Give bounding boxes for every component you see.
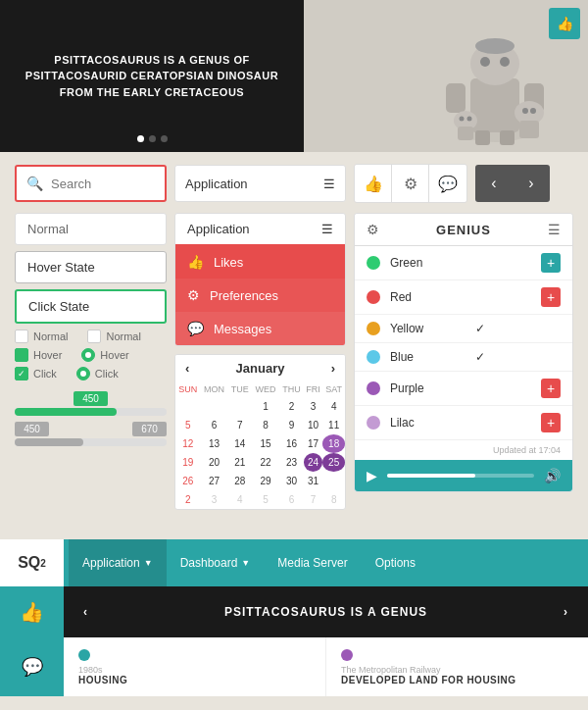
cal-day[interactable]: 28 xyxy=(228,472,252,490)
cal-day[interactable]: 8 xyxy=(252,416,279,434)
checkbox-box-2[interactable] xyxy=(87,330,101,343)
cal-day[interactable]: 27 xyxy=(201,472,228,490)
genius-menu-icon[interactable]: ☰ xyxy=(548,222,561,237)
dot-3[interactable] xyxy=(161,135,168,142)
cal-day[interactable]: 12 xyxy=(175,434,201,453)
player-track[interactable] xyxy=(387,474,534,478)
cal-day[interactable]: 6 xyxy=(279,490,304,509)
dot-2[interactable] xyxy=(149,135,156,142)
svg-rect-9 xyxy=(500,130,514,145)
menu-hamburger[interactable]: ☰ xyxy=(321,222,333,236)
cal-day[interactable]: 19 xyxy=(175,453,201,472)
cal-day xyxy=(228,397,252,416)
app-menu: Application ☰ 👍 Likes ⚙ Preferences 💬 Me… xyxy=(174,213,346,346)
search-container[interactable]: 🔍 xyxy=(15,165,167,202)
cal-day[interactable]: 7 xyxy=(304,490,322,509)
menu-messages[interactable]: 💬 Messages xyxy=(175,312,345,345)
prev-arrow[interactable]: ‹ xyxy=(475,165,513,202)
settings-button[interactable]: ⚙ xyxy=(392,165,429,202)
nav-options[interactable]: Options xyxy=(362,539,429,586)
dot-1[interactable] xyxy=(137,135,144,142)
checkbox-click-2[interactable]: Click xyxy=(76,367,119,380)
cal-day[interactable]: 21 xyxy=(228,453,252,472)
nav-dashboard[interactable]: Dashboard▼ xyxy=(167,539,265,586)
cal-day[interactable]: 2 xyxy=(175,490,201,509)
cal-day[interactable]: 8 xyxy=(322,490,345,509)
cal-day[interactable]: 4 xyxy=(322,397,345,416)
add-purple-button[interactable]: + xyxy=(541,379,561,398)
genius-panel: ⚙ GENIUS ☰ Green + Red + Yellow ✓ xyxy=(354,213,573,492)
checkbox-normal-1[interactable]: Normal xyxy=(15,330,68,343)
cal-day[interactable]: 14 xyxy=(228,434,252,453)
cal-day[interactable]: 22 xyxy=(252,453,279,472)
calendar-grid: SUN MON TUE WED THU FRI SAT 123456789101… xyxy=(175,381,345,509)
menu-preferences[interactable]: ⚙ Preferences xyxy=(175,279,345,312)
cal-day[interactable]: 3 xyxy=(201,490,228,509)
cal-day[interactable]: 18 xyxy=(322,434,345,453)
app-dropdown[interactable]: Application ☰ xyxy=(174,165,346,202)
cal-day[interactable]: 26 xyxy=(175,472,201,490)
cal-day[interactable]: 5 xyxy=(175,416,201,434)
radio-checked-2[interactable] xyxy=(76,367,90,380)
bottom-banner-title: PSITTACOSAURUS IS A GENUS xyxy=(224,605,427,619)
cal-day[interactable]: 16 xyxy=(279,434,304,453)
add-red-button[interactable]: + xyxy=(541,287,561,307)
add-green-button[interactable]: + xyxy=(541,253,561,273)
cal-day[interactable]: 2 xyxy=(279,397,304,416)
cal-day[interactable]: 9 xyxy=(279,416,304,434)
genius-gear-icon[interactable]: ⚙ xyxy=(367,222,379,237)
cal-day[interactable]: 13 xyxy=(201,434,228,453)
cal-day[interactable]: 5 xyxy=(252,490,279,509)
click-state[interactable]: Click State xyxy=(15,289,167,324)
prefs-icon: ⚙ xyxy=(187,287,200,303)
col-mon: MON xyxy=(201,381,228,397)
color-dot-blue xyxy=(367,350,380,364)
cal-prev[interactable]: ‹ xyxy=(185,361,189,376)
checkbox-checked-1[interactable] xyxy=(15,348,28,362)
app-arrow: ▼ xyxy=(144,558,153,568)
cal-day[interactable]: 3 xyxy=(304,397,322,416)
comment-button[interactable]: 💬 xyxy=(429,165,466,202)
radio-checked[interactable] xyxy=(81,348,95,362)
cal-day[interactable]: 7 xyxy=(228,416,252,434)
cal-day[interactable]: 1 xyxy=(252,397,279,416)
next-arrow[interactable]: › xyxy=(513,165,550,202)
checkbox-hover-2[interactable]: Hover xyxy=(81,348,128,362)
checkbox-hover-1[interactable]: Hover xyxy=(15,348,62,362)
nav-application[interactable]: Application▼ xyxy=(69,539,167,586)
play-button[interactable]: ▶ xyxy=(367,468,377,483)
likes-icon: 👍 xyxy=(187,254,204,270)
cal-day[interactable]: 23 xyxy=(279,453,304,472)
bottom-next-arrow[interactable]: › xyxy=(564,605,568,619)
robot-illustration xyxy=(421,5,568,147)
nav-media-server[interactable]: Media Server xyxy=(264,539,361,586)
menu-likes[interactable]: 👍 Likes xyxy=(175,245,345,279)
checkbox-normal-2[interactable]: Normal xyxy=(87,330,140,343)
cal-day[interactable]: 4 xyxy=(228,490,252,509)
like-button[interactable]: 👍 xyxy=(355,165,392,202)
cal-day[interactable]: 31 xyxy=(304,472,322,490)
cal-day[interactable]: 29 xyxy=(252,472,279,490)
hamburger-icon[interactable]: ☰ xyxy=(323,177,335,191)
search-input[interactable] xyxy=(51,177,155,191)
cal-day[interactable]: 11 xyxy=(322,416,345,434)
bottom-like-icon: 👍 xyxy=(20,600,44,624)
cal-next[interactable]: › xyxy=(331,361,335,376)
cal-day[interactable]: 30 xyxy=(279,472,304,490)
cb-row-hover: Hover Hover xyxy=(15,348,167,362)
bottom-like-button[interactable]: 👍 xyxy=(0,586,64,637)
checkbox-click-1[interactable]: ✓ Click xyxy=(15,367,57,380)
cal-day[interactable]: 17 xyxy=(304,434,322,453)
cal-day[interactable]: 6 xyxy=(201,416,228,434)
cal-day[interactable]: 24 xyxy=(304,453,322,472)
cal-day[interactable]: 20 xyxy=(201,453,228,472)
volume-icon[interactable]: 🔊 xyxy=(544,468,561,483)
bottom-prev-arrow[interactable]: ‹ xyxy=(83,605,88,619)
progress-track-2 xyxy=(15,438,167,446)
add-lilac-button[interactable]: + xyxy=(541,413,561,432)
cal-day[interactable]: 15 xyxy=(252,434,279,453)
checkbox-checked-2[interactable]: ✓ xyxy=(15,367,28,380)
cal-day[interactable]: 25 xyxy=(322,453,345,472)
checkbox-box-1[interactable] xyxy=(15,330,28,343)
cal-day[interactable]: 10 xyxy=(304,416,322,434)
